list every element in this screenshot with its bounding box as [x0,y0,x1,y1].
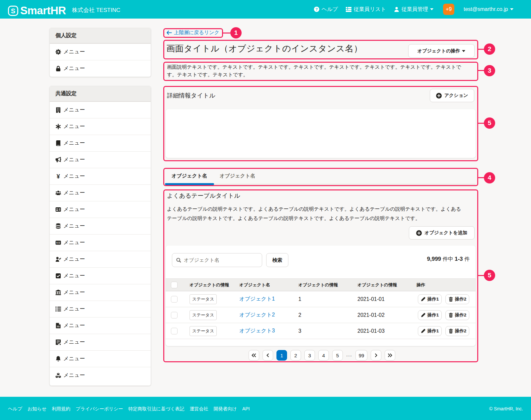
svg-text:$: $ [56,242,58,244]
svg-text:¥: ¥ [56,174,60,179]
svg-text:S: S [11,7,15,14]
svg-text:?: ? [315,7,318,11]
